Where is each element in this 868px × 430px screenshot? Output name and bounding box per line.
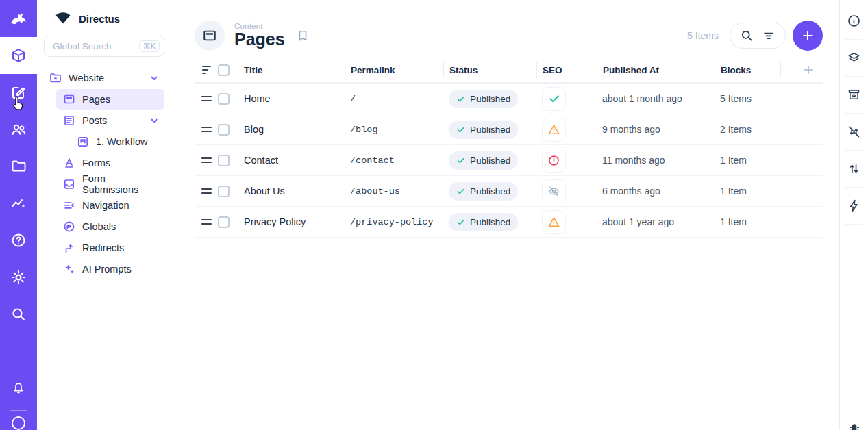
project-logo-icon	[55, 12, 71, 25]
chevron-down-icon[interactable]	[149, 116, 159, 125]
seo-warning-icon	[542, 210, 566, 234]
column-header-blocks[interactable]: Blocks	[715, 62, 780, 78]
bookmark-button[interactable]	[296, 29, 310, 42]
module-settings-button[interactable]	[0, 259, 37, 296]
cell-permalink: /contact	[345, 155, 443, 166]
right-sidebar	[839, 0, 868, 430]
status-badge: Published	[449, 121, 518, 139]
cell-permalink: /blog	[345, 125, 443, 135]
row-checkbox[interactable]	[218, 93, 230, 105]
sidebar-item-forms[interactable]: Forms	[56, 153, 164, 173]
cell-published-at: 11 months ago	[597, 155, 715, 166]
column-header-seo[interactable]: SEO	[536, 62, 597, 78]
sidebar-divider	[845, 39, 863, 40]
drag-handle[interactable]	[195, 96, 218, 101]
module-bar	[0, 0, 37, 430]
add-item-button[interactable]	[793, 21, 823, 51]
seo-passed-icon	[542, 87, 566, 111]
sidebar-item-form-submissions[interactable]: Form Submissions	[56, 174, 164, 194]
layout-options-button[interactable]	[847, 43, 861, 73]
sparkles-icon	[63, 263, 75, 275]
sidebar-item-label: Form Submissions	[82, 173, 164, 195]
archive-icon	[847, 88, 861, 102]
global-search-box[interactable]: ⌘K	[44, 36, 164, 57]
module-editor-button[interactable]	[0, 74, 37, 111]
row-checkbox[interactable]	[218, 124, 230, 136]
cell-blocks: 2 Items	[715, 124, 780, 135]
sidebar-item-globals[interactable]: Globals	[56, 216, 164, 237]
project-name: Directus	[79, 13, 120, 25]
project-header[interactable]: Directus	[37, 10, 178, 36]
module-search-button[interactable]	[0, 296, 37, 333]
module-content-button[interactable]	[0, 37, 37, 74]
page-title: Pages	[234, 30, 285, 49]
module-files-button[interactable]	[0, 148, 37, 185]
search-icon[interactable]	[740, 29, 754, 42]
status-badge: Published	[449, 151, 518, 170]
filter-icon[interactable]	[762, 29, 776, 42]
table-row[interactable]: Home / Published about 1 month ago 5 Ite…	[195, 84, 823, 114]
sidebar-item-ai-prompts[interactable]: AI Prompts	[56, 259, 164, 279]
table-row[interactable]: Privacy Policy /privacy-policy Published…	[195, 207, 823, 238]
import-export-button[interactable]	[847, 154, 861, 184]
sidebar-divider	[845, 76, 863, 77]
plus-icon	[801, 29, 815, 42]
column-header-title[interactable]: Title	[238, 62, 345, 78]
chevron-down-icon[interactable]	[149, 73, 159, 83]
main-content: Content Pages 5 Items	[178, 0, 839, 430]
window-icon	[63, 93, 75, 105]
module-insights-button[interactable]	[0, 185, 37, 222]
module-users-button[interactable]	[0, 111, 37, 148]
sidebar-item-redirects[interactable]: Redirects	[56, 238, 164, 258]
account-icon-partial[interactable]	[0, 415, 37, 430]
edit-icon	[10, 84, 27, 101]
sidebar-item-website[interactable]: Website	[42, 68, 164, 88]
cell-published-at: about 1 month ago	[597, 93, 715, 104]
sidebar-item-workflow[interactable]: 1. Workflow	[70, 131, 164, 152]
bug-report-icon-partial[interactable]	[847, 422, 861, 430]
row-checkbox[interactable]	[218, 216, 230, 228]
drag-handle[interactable]	[195, 219, 218, 225]
cell-published-at: 9 months ago	[597, 124, 715, 135]
letter-a-icon	[63, 157, 75, 169]
drag-handle[interactable]	[195, 127, 218, 132]
manual-sort-icon[interactable]	[202, 66, 218, 74]
select-all-checkbox[interactable]	[218, 64, 230, 76]
check-icon	[456, 125, 465, 134]
flows-button[interactable]	[847, 191, 861, 220]
account-icon	[10, 415, 27, 430]
column-header-permalink[interactable]: Permalink	[345, 62, 443, 78]
directus-logo[interactable]	[0, 0, 37, 37]
sidebar-item-label: Posts	[82, 115, 107, 126]
column-header-published-at[interactable]: Published At	[597, 62, 715, 78]
cell-title: Blog	[238, 124, 345, 135]
table-row[interactable]: Blog /blog Published 9 months ago 2 Item…	[195, 114, 823, 145]
global-search-input[interactable]	[53, 41, 124, 51]
notifications-button[interactable]	[0, 369, 37, 406]
sidebar-item-pages[interactable]: Pages	[56, 89, 164, 110]
sidebar-item-posts[interactable]: Posts	[56, 110, 164, 131]
add-column-button[interactable]	[780, 62, 823, 78]
drag-handle[interactable]	[195, 157, 218, 163]
column-header-status[interactable]: Status	[443, 62, 536, 78]
items-count: 5 Items	[687, 30, 719, 41]
cell-title: About Us	[238, 186, 345, 197]
sidebar-item-navigation[interactable]: Navigation	[56, 195, 164, 216]
table-row[interactable]: About Us /about-us Published 6 months ag…	[195, 176, 823, 207]
sync-disabled-button[interactable]	[847, 117, 861, 147]
window-icon	[202, 28, 217, 43]
search-shortcut-badge: ⌘K	[139, 40, 160, 52]
seo-error-icon	[542, 149, 566, 173]
table-row[interactable]: Contact /contact Published 11 months ago…	[195, 145, 823, 176]
info-sidebar-button[interactable]	[847, 6, 861, 36]
gear-icon	[10, 269, 27, 286]
module-help-button[interactable]	[0, 222, 37, 259]
row-checkbox[interactable]	[218, 155, 230, 166]
row-checkbox[interactable]	[218, 186, 230, 197]
collection-icon-badge[interactable]	[195, 21, 225, 51]
archive-button[interactable]	[847, 80, 861, 110]
drag-handle[interactable]	[195, 188, 218, 194]
sidebar-item-label: Redirects	[82, 242, 124, 253]
users-icon	[10, 121, 27, 138]
sidebar-item-label: Navigation	[82, 200, 129, 211]
